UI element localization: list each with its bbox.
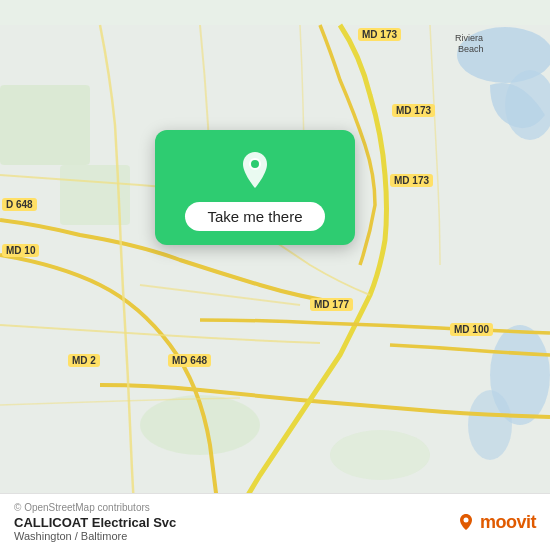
map-background: Riviera Beach — [0, 0, 550, 550]
road-label-md648-left: D 648 — [2, 198, 37, 211]
svg-rect-5 — [0, 85, 90, 165]
road-label-md173-low: MD 173 — [390, 174, 433, 187]
osm-credit: © OpenStreetMap contributors — [14, 502, 176, 513]
road-label-md177: MD 177 — [310, 298, 353, 311]
popup-card: Take me there — [155, 130, 355, 245]
svg-point-8 — [330, 430, 430, 480]
road-label-md10: MD 10 — [2, 244, 39, 257]
location-subtitle: Washington / Baltimore — [14, 530, 176, 542]
svg-point-4 — [468, 390, 512, 460]
bottom-bar: © OpenStreetMap contributors CALLICOAT E… — [0, 493, 550, 550]
road-label-md100: MD 100 — [450, 323, 493, 336]
svg-text:Riviera: Riviera — [455, 33, 483, 43]
location-pin — [233, 148, 277, 192]
svg-text:Beach: Beach — [458, 44, 484, 54]
svg-point-11 — [250, 159, 260, 169]
road-label-md648-bot: MD 648 — [168, 354, 211, 367]
map-container: Riviera Beach MD 173 MD 173 MD 173 D 648… — [0, 0, 550, 550]
take-me-there-button[interactable]: Take me there — [185, 202, 324, 231]
svg-point-12 — [463, 518, 468, 523]
moovit-pin-icon — [456, 512, 476, 532]
road-label-md173-top: MD 173 — [358, 28, 401, 41]
road-label-md173-mid: MD 173 — [392, 104, 435, 117]
moovit-logo: moovit — [456, 512, 536, 533]
location-title: CALLICOAT Electrical Svc — [14, 515, 176, 530]
road-label-md2: MD 2 — [68, 354, 100, 367]
moovit-brand-text: moovit — [480, 512, 536, 533]
